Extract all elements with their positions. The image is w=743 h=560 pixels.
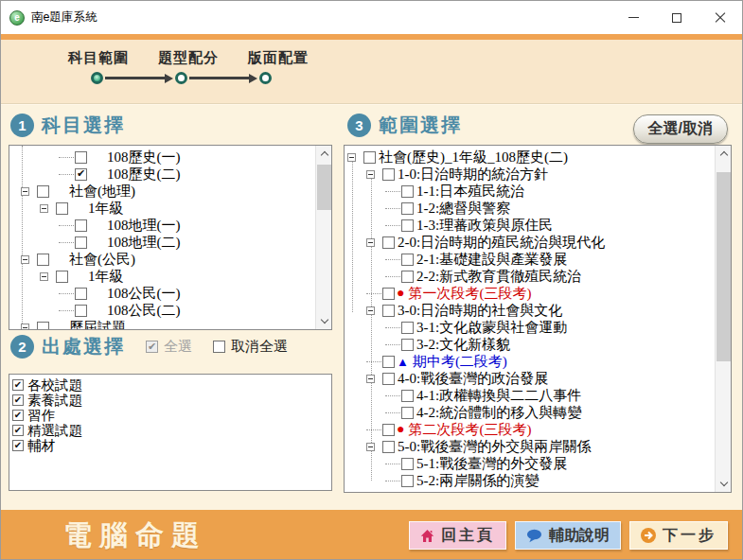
tree-item-label[interactable]: 108地理(二) [107, 234, 181, 252]
tree-item-label[interactable]: 第二次段考(三段考) [408, 421, 531, 439]
subject-tree-scrollbar[interactable] [315, 146, 331, 329]
tree-expander-minus[interactable] [366, 375, 375, 383]
scrollbar-thumb[interactable] [716, 172, 731, 361]
tree-checkbox[interactable] [382, 168, 395, 181]
tree-item-label[interactable]: 2-2:新式教育貫徹殖民統治 [416, 268, 581, 286]
tree-checkbox[interactable] [382, 373, 395, 385]
next-button[interactable]: 下一步 [629, 521, 728, 550]
tree-expander-minus[interactable] [347, 153, 356, 162]
scrollbar-down-button[interactable] [716, 476, 732, 492]
close-button[interactable] [699, 1, 742, 34]
tree-expander-minus[interactable] [40, 204, 48, 213]
tree-item-label[interactable]: 1年級 [88, 200, 124, 218]
tree-checkbox[interactable] [401, 185, 414, 198]
home-button-label: 回主頁 [441, 526, 495, 546]
tree-expander-minus[interactable] [21, 255, 29, 264]
source-item[interactable]: 精選試題 [9, 423, 331, 438]
tree-checkbox[interactable] [382, 424, 395, 436]
tree-item-label[interactable]: 3-2:文化新樣貌 [416, 336, 510, 354]
source-item-checkbox[interactable] [12, 425, 24, 436]
tree-checkbox[interactable] [382, 288, 395, 300]
tree-item-label[interactable]: 1年級 [88, 268, 124, 286]
tree-item-label[interactable]: 1-3:理蕃政策與原住民 [416, 217, 553, 235]
tree-checkbox[interactable] [401, 219, 414, 232]
tree-checkbox[interactable] [56, 271, 68, 283]
tree-checkbox[interactable] [37, 322, 49, 330]
tree-checkbox[interactable] [75, 168, 87, 181]
tree-item-label[interactable]: 1-0:日治時期的統治方針 [398, 166, 548, 184]
tree-expander-minus[interactable] [366, 306, 375, 315]
tree-item-label[interactable]: 4-0:戰後臺灣的政治發展 [398, 370, 548, 388]
tree-checkbox[interactable] [75, 219, 87, 232]
source-item[interactable]: 素養試題 [9, 393, 331, 408]
tree-checkbox[interactable] [401, 271, 414, 283]
tree-expander-minus[interactable] [21, 324, 29, 330]
tree-item-label[interactable]: 2-0:日治時期的殖民統治與現代化 [398, 234, 605, 252]
tree-item-label[interactable]: 3-1:文化啟蒙與社會運動 [416, 319, 567, 337]
tree-item-label[interactable]: 5-0:戰後臺灣的外交與兩岸關係 [398, 438, 591, 456]
tree-item-label[interactable]: 108地理(一) [107, 217, 181, 235]
select-all-toggle-button[interactable]: 全選/取消 [633, 114, 728, 144]
tree-checkbox[interactable] [37, 254, 49, 266]
tree-checkbox[interactable] [382, 305, 395, 317]
tree-checkbox[interactable] [75, 288, 87, 300]
tree-checkbox[interactable] [401, 202, 414, 215]
source-item-checkbox[interactable] [12, 440, 24, 451]
range-tree-scrollbar[interactable] [715, 146, 731, 492]
scrollbar-thumb[interactable] [317, 165, 331, 210]
maximize-button[interactable] [655, 1, 699, 34]
tree-checkbox[interactable] [401, 254, 414, 266]
tree-expander-minus[interactable] [366, 238, 375, 247]
tree-checkbox[interactable] [401, 339, 414, 351]
tree-checkbox[interactable] [382, 441, 395, 453]
tree-checkbox[interactable] [56, 202, 68, 215]
tree-checkbox[interactable] [401, 322, 414, 334]
tree-expander-minus[interactable] [21, 187, 29, 196]
tree-item-label[interactable]: 5-2:兩岸關係的演變 [416, 472, 539, 490]
tree-item-label[interactable]: 期中考(二段考) [413, 353, 507, 371]
source-item-checkbox[interactable] [12, 410, 24, 421]
tree-item-label[interactable]: 3-0:日治時期的社會與文化 [398, 302, 562, 320]
tree-item-label[interactable]: 108公民(一) [107, 285, 181, 303]
select-all-checkbox[interactable] [146, 341, 158, 353]
tree-item-label[interactable]: 108公民(二) [107, 302, 181, 320]
tree-checkbox[interactable] [37, 185, 49, 198]
tree-checkbox[interactable] [75, 305, 87, 317]
source-item-checkbox[interactable] [12, 394, 24, 406]
tree-item-label[interactable]: 第一次段考(三段考) [408, 285, 531, 303]
minimize-button[interactable] [611, 1, 655, 34]
tree-checkbox[interactable] [382, 236, 395, 249]
tree-item-label[interactable]: 4-2:統治體制的移入與轉變 [416, 404, 581, 422]
tree-checkbox[interactable] [75, 151, 87, 164]
home-button[interactable]: 回主頁 [409, 521, 506, 550]
tree-row: 社會(地理) [9, 183, 315, 200]
tree-item-label[interactable]: 1-1:日本殖民統治 [416, 183, 524, 201]
tree-expander-minus[interactable] [40, 272, 48, 281]
tree-checkbox[interactable] [401, 475, 414, 487]
help-button[interactable]: 輔助說明 [515, 521, 621, 550]
tree-item-label[interactable]: 4-1:政權轉換與二二八事件 [416, 387, 581, 405]
tree-item-label[interactable]: 社會(歷史)_1年級_108歷史(二) [379, 149, 568, 166]
tree-item-label[interactable]: 5-1:戰後臺灣的外交發展 [416, 455, 567, 473]
tree-checkbox[interactable] [75, 236, 87, 249]
tree-item-label[interactable]: 歷屆試題 [69, 319, 126, 330]
tree-checkbox[interactable] [363, 151, 376, 164]
tree-item-label[interactable]: 社會(地理) [69, 183, 135, 201]
tree-expander-minus[interactable] [366, 443, 375, 451]
scrollbar-down-button[interactable] [316, 313, 332, 329]
tree-item-label[interactable]: 1-2:總督與警察 [416, 200, 510, 218]
tree-checkbox[interactable] [401, 390, 414, 402]
source-item[interactable]: 輔材 [9, 438, 331, 453]
deselect-all-checkbox[interactable] [213, 341, 225, 353]
tree-checkbox[interactable] [401, 458, 414, 470]
tree-item-label[interactable]: 108歷史(二) [107, 166, 181, 184]
scrollbar-up-button[interactable] [316, 146, 332, 162]
scrollbar-up-button[interactable] [716, 146, 732, 162]
source-item-checkbox[interactable] [12, 379, 24, 391]
tree-checkbox[interactable] [382, 356, 395, 368]
tree-item-label[interactable]: 108歷史(一) [107, 149, 181, 166]
tree-expander-minus[interactable] [366, 170, 375, 179]
tree-item-label[interactable]: 2-1:基礎建設與產業發展 [416, 251, 567, 269]
tree-checkbox[interactable] [401, 407, 414, 419]
tree-item-label[interactable]: 社會(公民) [69, 251, 135, 269]
